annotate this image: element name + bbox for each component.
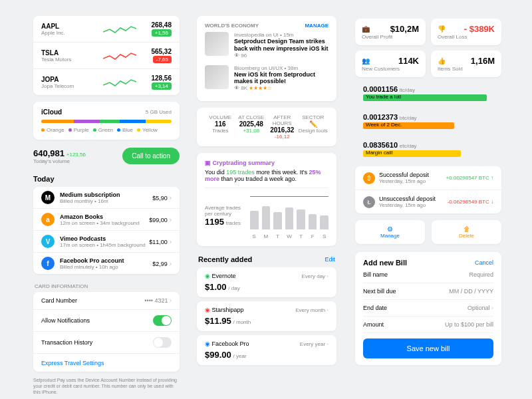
today-list: MMedium subscriptionBilled monthly • 16m… (33, 187, 180, 274)
bill-field[interactable]: AmountUp to $100 per bill (363, 317, 493, 333)
news-thumb (205, 32, 229, 56)
stat-customers: 👥114KNew Customers (355, 51, 426, 77)
storage-legend: OrangePurpleGreenBlueYellow (41, 127, 172, 133)
stat-profit: 💼$10,2MOverall Profit (355, 19, 426, 45)
icloud-card: iCloud5 GB Used OrangePurpleGreenBlueYel… (33, 102, 180, 140)
stocks-card: AAPLApple Inc. 268,48+1,56 TSLATesla Mot… (33, 16, 180, 95)
bill-field[interactable]: Next bill dueMM / DD / YYYY (363, 283, 493, 300)
card-info-header: CARD INFORMATION (33, 281, 180, 292)
storage-bar (41, 120, 172, 123)
stats-row-1: 💼$10,2MOverall Profit 👎- $389KOverall Lo… (355, 19, 501, 45)
chart-days: SMTWTFS (250, 233, 329, 239)
stock-row[interactable]: JOPAJopa Telecom 128,56+3,14 (33, 69, 180, 95)
edit-link[interactable]: Edit (325, 256, 335, 263)
trade-rate: 0.0012373 btc/dayWeek of 2 Dec. (355, 109, 501, 133)
trades-chart (250, 196, 329, 229)
sparkline-icon (103, 49, 136, 63)
manage-link[interactable]: MANAGE (305, 23, 329, 29)
sparkline-icon (103, 23, 136, 36)
save-bill-button[interactable]: Save new bill (363, 338, 493, 358)
today-section: Today MMedium subscriptionBilled monthly… (33, 172, 180, 274)
card-info-section: CARD INFORMATION Card Number•••• 4321 ›A… (33, 281, 180, 395)
volume-row: 640,981 +123,56Today's volume Call to ac… (33, 140, 180, 172)
market-stats-card: VOLUME116TradesAT CLOSE2025,48+31,08AFTE… (197, 108, 336, 146)
action-row: ⚙Manage 🗑Delete (355, 220, 501, 244)
crypto-summary-card: ▣ Cryptrading summary You did 195 trades… (197, 153, 336, 246)
market-stat: AFTER HOURS2016,32-16,12 (267, 114, 298, 140)
news-item[interactable]: Bloomberg on UI/UX • 38mNew iOS kit from… (205, 62, 329, 95)
bill-field[interactable]: End dateOptional › (363, 300, 493, 317)
setting-row[interactable]: Transaction History (33, 332, 180, 353)
add-bill-card: Add new BillCancel Bill nameRequiredNext… (355, 252, 501, 365)
stat-sold: 👍1,16MItems Sold (431, 51, 501, 77)
market-stat: VOLUME116Trades (205, 114, 236, 140)
cta-button[interactable]: Call to action (122, 148, 180, 164)
setting-row[interactable]: Allow Notifications (33, 310, 180, 331)
cancel-link[interactable]: Cancel (475, 259, 493, 266)
stock-row[interactable]: AAPLApple Inc. 268,48+1,56 (33, 16, 180, 42)
bill-field[interactable]: Bill nameRequired (363, 267, 493, 283)
trades-list: 0.0001156 ltc/dayYou trade a lot!0.00123… (355, 81, 501, 161)
toggle[interactable] (153, 315, 172, 326)
crypto-title: Cryptrading summary (213, 160, 275, 166)
stat-loss: 👎- $389KOverall Loss (431, 19, 501, 45)
bill-item[interactable]: ◉ Facebook ProEvery year ›$99.00 / year (197, 335, 336, 365)
volume-change: +123,56 (66, 152, 86, 158)
bill-item[interactable]: ◉ StarshipappEvery month ›$11.95 / month (197, 301, 336, 331)
crypto-text: You did 195 trades more this week. It's … (205, 169, 329, 182)
subscription-row[interactable]: VVimeo Podcasts17m on screen • 1h45m bac… (33, 231, 180, 252)
add-bill-title: Add new Bill (363, 259, 407, 267)
recent-section: Recently addedEdit ◉ EvernoteEvery day ›… (197, 255, 336, 365)
market-stat: SECTOR✏️Design tools (298, 114, 329, 140)
stats-row-2: 👥114KNew Customers 👍1,16MItems Sold (355, 51, 501, 77)
sparkline-icon (103, 76, 136, 89)
volume-label: Today's volume (33, 158, 86, 164)
avg-value: 1195 (205, 217, 224, 227)
card-info-card: Card Number•••• 4321 ›Allow Notification… (33, 292, 180, 372)
card-info-footnote: Setproduct Pay uses the Device Account N… (33, 377, 180, 395)
subscription-row[interactable]: aAmazon Books12m on screen • 34m backgro… (33, 209, 180, 230)
news-thumb (205, 65, 229, 89)
deposits-card: ₿Successful depositYesterday, 15m ago+0.… (355, 166, 501, 213)
bill-item[interactable]: ◉ EvernoteEvery day ›$1.00 / day (197, 267, 336, 297)
news-item[interactable]: Investopedia on UI • 15mSetproduct Desig… (205, 29, 329, 62)
deposit-row[interactable]: ŁUnsuccessful depositYesterday, 15m ago-… (355, 190, 501, 213)
news-header: WORLD'S ECONOMY (205, 23, 259, 29)
trade-rate: 0.0001156 ltc/dayYou trade a lot! (355, 81, 501, 105)
manage-button[interactable]: ⚙Manage (355, 220, 425, 244)
volume-value: 640,981 (33, 148, 65, 158)
toggle[interactable] (153, 337, 172, 348)
icloud-used: 5 GB Used (146, 109, 172, 115)
subscription-row[interactable]: MMedium subscriptionBilled monthly • 16m… (33, 187, 180, 208)
express-link[interactable]: Express Travel Settings (41, 360, 104, 366)
icloud-title: iCloud (41, 108, 62, 116)
trade-rate: 0.0835610 etc/dayMargin call! (355, 137, 501, 161)
avg-label: Average trades per century (205, 205, 245, 217)
setting-row[interactable]: Card Number•••• 4321 › (33, 292, 180, 309)
today-title: Today (33, 172, 180, 187)
deposit-row[interactable]: ₿Successful depositYesterday, 15m ago+0.… (355, 166, 501, 190)
market-stat: AT CLOSE2025,48+31,08 (236, 114, 267, 140)
subscription-row[interactable]: fFacebook Pro accountBilled minutely • 1… (33, 253, 180, 274)
delete-button[interactable]: 🗑Delete (432, 220, 501, 244)
stock-row[interactable]: TSLATesla Motors 565,32-7,65 (33, 43, 180, 68)
recent-title: Recently added (198, 255, 252, 263)
news-card: WORLD'S ECONOMYMANAGE Investopedia on UI… (197, 16, 336, 101)
